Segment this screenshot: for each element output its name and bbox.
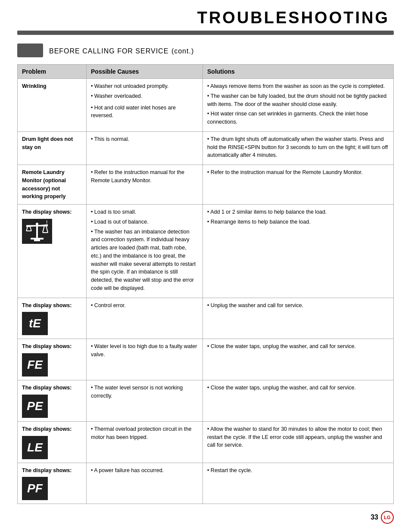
list-item: Rearrange items to help balance the load… [207,218,389,226]
list-item: Restart the cycle. [207,467,389,475]
problem-cell: Wrinkling [18,79,87,132]
problem-cell: The display shows: PF [18,463,87,504]
error-code-fe: FE [22,353,48,376]
list-item: Unplug the washer and call for service. [207,302,389,310]
error-code-pe: PE [22,395,48,418]
problem-cell: The display shows: FE [18,339,87,380]
problem-cell: Remote Laundry Monitor (optional accesso… [18,165,87,205]
page-number: 33 [371,513,378,521]
svg-text:!: ! [46,220,47,225]
list-item: The washer can be fully loaded, but the … [207,92,389,109]
title-bar [17,31,394,35]
error-code-pf: PF [22,477,48,500]
table-row: The display shows: LE Thermal overload p… [18,421,394,463]
solutions-cell: Close the water taps, unplug the washer,… [203,380,394,422]
list-item: Water level is too high due to a faulty … [91,342,198,359]
troubleshooting-table: Problem Possible Causes Solutions Wrinkl… [17,64,394,504]
list-item: The washer has an imbalance detection an… [91,228,198,292]
solutions-cell: Restart the cycle. [203,463,394,504]
svg-rect-1 [31,238,44,240]
problem-cell: The display shows: tE [18,298,87,339]
causes-cell: A power failure has occurred. [87,463,203,504]
list-item: Hot and cold water inlet hoses are rever… [91,104,198,120]
solutions-cell: Unplug the washer and call for service. [203,298,394,339]
causes-cell: Load is too small. Load is out of balanc… [87,205,203,298]
list-item: Washer not unloaded promptly. [91,82,198,90]
list-item: Load is too small. [91,208,198,216]
list-item: Close the water taps, unplug the washer,… [207,342,389,351]
problem-cell: Drum light does not stay on [18,131,87,165]
table-row: The display shows: [18,205,394,298]
problem-cell: The display shows: LE [18,421,87,463]
list-item: The drum light shuts off automatically w… [207,135,389,159]
list-item: Thermal overload protection circuit in t… [91,425,198,442]
table-row: Wrinkling Washer not unloaded promptly. … [18,79,394,132]
list-item: Control error. [91,302,198,310]
balance-scale-icon: ! [22,219,52,244]
list-item: Add 1 or 2 similar items to help balance… [207,208,389,216]
causes-cell: Thermal overload protection circuit in t… [87,421,203,463]
list-item: A power failure has occurred. [91,467,198,475]
svg-line-7 [43,226,44,233]
causes-cell: Refer to the instruction manual for the … [87,165,203,205]
section-header: BEFORE CALLING FOR SERVICE (cont.) [17,44,394,57]
svg-rect-2 [34,240,40,241]
list-item: Refer to the instruction manual for the … [91,168,198,185]
table-row: The display shows: PE The water level se… [18,380,394,422]
list-item: Washer overloaded. [91,92,198,100]
page-title: TROUBLESHOOTING [17,9,394,27]
error-code-le: LE [22,436,48,459]
table-row: Remote Laundry Monitor (optional accesso… [18,165,394,205]
error-code-te: tE [22,312,48,335]
solutions-cell: Refer to the instruction manual for the … [203,165,394,205]
col-header-problem: Problem [18,65,87,79]
section-header-bar [17,44,43,57]
list-item: Close the water taps, unplug the washer,… [207,384,389,392]
col-header-solutions: Solutions [203,65,394,79]
list-item: This is normal. [91,135,198,143]
solutions-cell: Add 1 or 2 similar items to help balance… [203,205,394,298]
list-item: The water level sensor is not working co… [91,384,198,400]
solutions-cell: Always remove items from the washer as s… [203,79,394,132]
causes-cell: Washer not unloaded promptly. Washer ove… [87,79,203,132]
table-row: The display shows: FE Water level is too… [18,339,394,380]
list-item: Allow the washer to stand for 30 minutes… [207,425,389,449]
svg-line-9 [46,226,48,233]
svg-point-11 [36,223,38,225]
list-item: Load is out of balance. [91,218,198,226]
causes-cell: The water level sensor is not working co… [87,380,203,422]
table-row: The display shows: PF A power failure ha… [18,463,394,504]
lg-logo: LG [381,511,394,524]
list-item: Hot water rinse can set wrinkles in garm… [207,110,389,126]
section-title: BEFORE CALLING FOR SERVICE (cont.) [49,46,194,56]
solutions-cell: The drum light shuts off automatically w… [203,131,394,165]
problem-cell: The display shows: [18,205,87,298]
causes-cell: Water level is too high due to a faulty … [87,339,203,380]
causes-cell: Control error. [87,298,203,339]
col-header-causes: Possible Causes [87,65,203,79]
page-footer: 33 LG [17,511,394,524]
table-row: Drum light does not stay on This is norm… [18,131,394,165]
causes-cell: This is normal. [87,131,203,165]
solutions-cell: Allow the washer to stand for 30 minutes… [203,421,394,463]
table-row: The display shows: tE Control error. Unp… [18,298,394,339]
list-item: Always remove items from the washer as s… [207,82,389,90]
list-item: Refer to the instruction manual for the … [207,168,389,177]
solutions-cell: Close the water taps, unplug the washer,… [203,339,394,380]
problem-cell: The display shows: PE [18,380,87,422]
